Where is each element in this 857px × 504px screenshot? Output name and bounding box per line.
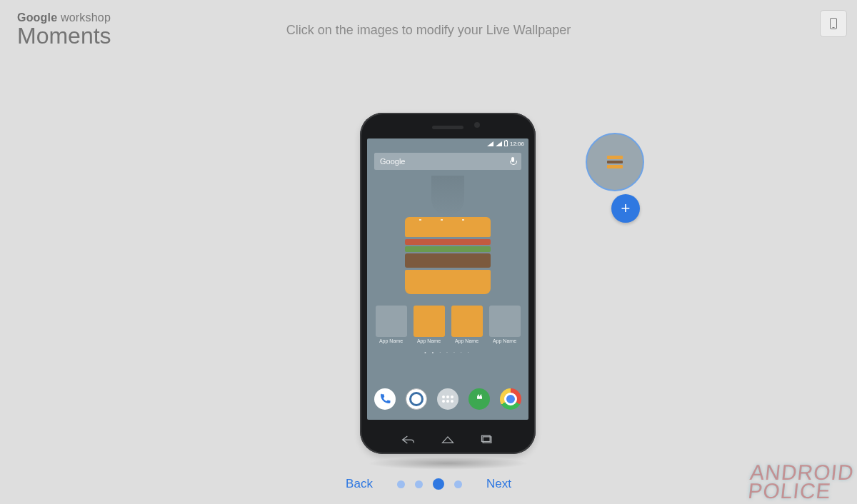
dock: ❝ [367, 388, 528, 410]
app-tile [414, 306, 445, 337]
device-toggle-button[interactable] [820, 10, 847, 37]
burger-bun-bottom [405, 270, 491, 294]
signal-icon [496, 141, 502, 146]
plus-icon: + [621, 199, 631, 218]
phone-shadow [367, 457, 528, 470]
mic-icon [510, 157, 516, 166]
step-dots [397, 478, 462, 490]
apps-drawer-icon [437, 388, 458, 410]
back-key-icon [401, 434, 416, 445]
step-dot-4[interactable] [454, 480, 462, 488]
google-search-bar: Google [374, 153, 521, 170]
search-placeholder: Google [380, 157, 405, 166]
app-label: App Name [376, 338, 407, 343]
thumbnail-art [607, 154, 623, 170]
android-nav-keys [360, 434, 536, 445]
step-dot-3[interactable] [433, 478, 444, 490]
wifi-icon [487, 141, 493, 146]
watermark: ANDROID POLICE [747, 463, 855, 500]
app-tile [451, 306, 483, 337]
camera-app-icon [406, 388, 427, 410]
step-dot-1[interactable] [397, 480, 405, 488]
chrome-app-icon [500, 388, 521, 410]
widget-row [374, 306, 521, 337]
wallpaper-art [405, 217, 491, 294]
add-image-button[interactable]: + [611, 194, 640, 223]
hangouts-app-icon: ❝ [468, 388, 490, 410]
app-tile [376, 306, 407, 337]
burger-patty [405, 253, 491, 268]
burger-tomato [405, 239, 491, 245]
status-bar: 12:06 [367, 138, 528, 148]
status-time: 12:06 [510, 141, 524, 147]
wizard-footer: Back Next [0, 477, 857, 491]
wallpaper-thumbnail-button[interactable] [586, 133, 644, 191]
app-labels: App Name App Name App Name App Name [374, 338, 521, 343]
wallpaper-shade [431, 176, 464, 216]
burger-lettuce [405, 246, 491, 252]
phone-mockup: 12:06 Google App Name App Name App Name … [360, 113, 536, 454]
next-button[interactable]: Next [486, 477, 511, 491]
step-dot-2[interactable] [415, 480, 423, 488]
app-tile [489, 306, 521, 337]
phone-app-icon [374, 388, 396, 410]
home-key-icon [441, 434, 455, 445]
watermark-line2: POLICE [747, 482, 853, 500]
burger-bun-top [405, 217, 491, 237]
phone-outline-icon [830, 18, 837, 29]
page-instruction: Click on the images to modify your Live … [0, 23, 857, 38]
phone-screen[interactable]: 12:06 Google App Name App Name App Name … [367, 138, 528, 420]
recents-key-icon [480, 434, 494, 445]
app-label: App Name [451, 338, 483, 343]
brand-suffix: workshop [61, 11, 111, 24]
app-label: App Name [489, 338, 521, 343]
page-indicator: • • · · · · · [367, 350, 528, 355]
brand-prefix: Google [17, 11, 57, 24]
back-button[interactable]: Back [346, 477, 373, 491]
battery-icon [504, 141, 508, 146]
app-label: App Name [414, 338, 445, 343]
